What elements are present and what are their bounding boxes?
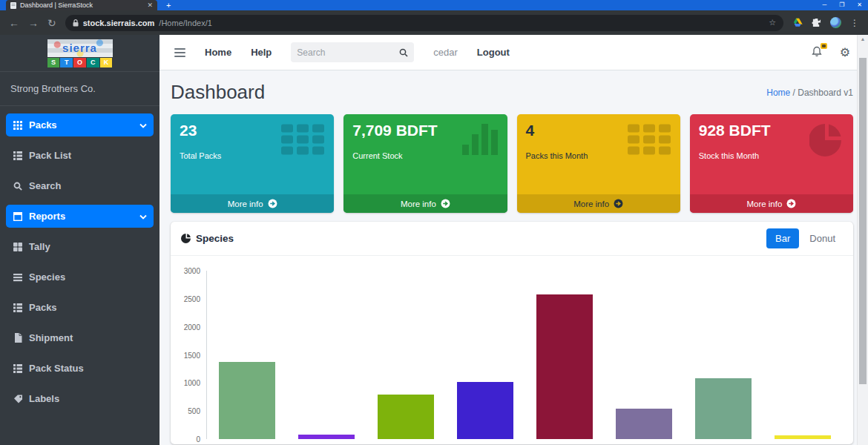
hamburger-icon[interactable] <box>174 48 185 57</box>
sidebar-item-labels[interactable]: Labels <box>6 387 154 410</box>
search-icon[interactable] <box>399 48 408 57</box>
more-info-link[interactable]: More info <box>171 194 334 213</box>
breadcrumb-current: Dashboard v1 <box>798 88 853 98</box>
chart-bar-0 <box>219 362 275 439</box>
reload-icon[interactable]: ↻ <box>47 18 56 28</box>
logo-letter: k <box>100 58 113 67</box>
th-list-icon <box>13 151 23 160</box>
search-icon <box>13 182 23 191</box>
username-label: cedar <box>433 47 458 58</box>
more-info-link[interactable]: More info <box>343 194 507 213</box>
page-scrollbar[interactable]: ▲ <box>857 35 868 445</box>
th-list-icon <box>13 364 23 373</box>
sidebar-nav: PacksPack ListSearchReportsTallySpeciesP… <box>0 106 160 410</box>
favicon-icon <box>10 2 16 9</box>
nav-help-link[interactable]: Help <box>251 47 272 58</box>
sidebar-item-label: Packs <box>29 119 57 131</box>
pie-chart-icon <box>181 234 191 243</box>
chart-bar-5 <box>616 409 672 439</box>
sidebar-item-label: Packs <box>29 302 57 313</box>
logo-letter: o <box>73 58 86 67</box>
species-bar-chart: 300025002000150010005000 <box>171 256 853 443</box>
sidebar-item-search[interactable]: Search <box>6 174 154 197</box>
list-icon <box>13 273 23 282</box>
sidebar-item-label: Pack Status <box>29 363 84 374</box>
table-icon <box>13 212 23 221</box>
sidebar-item-packs[interactable]: Packs <box>6 113 154 136</box>
file-icon <box>13 333 23 343</box>
url-path: /Home/Index/1 <box>159 19 212 27</box>
scrollbar-up-arrow[interactable]: ▲ <box>858 36 868 42</box>
sidebar-item-reports[interactable]: Reports <box>6 205 154 228</box>
main-area: Home Help cedar Logout ⚙ Dashboard Home <box>160 35 868 445</box>
window-maximize-icon[interactable]: ❐ <box>839 1 844 8</box>
window-minimize-icon[interactable]: ─ <box>822 1 826 8</box>
logo-letter: t <box>60 58 73 67</box>
bookmark-star-icon[interactable]: ☆ <box>769 18 776 27</box>
profile-avatar[interactable] <box>830 17 841 28</box>
breadcrumb-home-link[interactable]: Home <box>766 88 790 98</box>
chart-bar-2 <box>378 395 434 439</box>
logo-letter: c <box>87 58 99 67</box>
chart-bar-4 <box>536 294 593 439</box>
lock-icon <box>73 19 79 27</box>
more-info-link[interactable]: More info <box>690 194 853 213</box>
notification-badge <box>821 43 827 49</box>
browser-toolbar: ← → ↻ stock.sierrais.com/Home/Index/1 ☆ … <box>0 10 868 35</box>
sidebar-item-pack-status[interactable]: Pack Status <box>6 357 154 380</box>
navbar-search <box>291 42 414 62</box>
back-icon[interactable]: ← <box>9 18 19 28</box>
address-bar[interactable]: stock.sierrais.com/Home/Index/1 ☆ <box>65 15 783 31</box>
sidebar-item-label: Reports <box>29 211 65 222</box>
info-boxes-row: 23Total PacksMore info7,709 BDFTCurrent … <box>171 114 853 213</box>
logo-stock-letters: stock <box>47 58 113 67</box>
forward-icon[interactable]: → <box>28 18 39 28</box>
url-host: stock.sierrais.com <box>83 19 155 27</box>
th-icon <box>13 121 23 130</box>
sidebar-item-label: Labels <box>29 393 59 404</box>
logout-link[interactable]: Logout <box>477 47 510 58</box>
y-tick-label: 1000 <box>177 379 200 387</box>
th-icon <box>281 124 324 158</box>
chart-bar-7 <box>775 435 831 439</box>
gear-icon[interactable]: ⚙ <box>840 47 850 59</box>
sidebar-item-species[interactable]: Species <box>6 266 154 289</box>
brand-logo[interactable]: sierra stock <box>47 39 113 67</box>
search-input[interactable] <box>297 47 399 58</box>
more-info-link[interactable]: More info <box>517 194 680 213</box>
sidebar-item-label: Search <box>29 180 61 191</box>
page-title: Dashboard <box>171 81 265 104</box>
sidebar-item-shipment[interactable]: Shipment <box>6 326 154 349</box>
browser-tab[interactable]: Dashboard | SierraStock ✕ <box>6 0 157 10</box>
window-close-icon[interactable]: ✕ <box>857 1 862 8</box>
species-chart-card: Species Bar Donut 3000250020001500100050… <box>171 222 853 444</box>
y-tick-label: 0 <box>177 435 200 444</box>
scrollbar-thumb[interactable] <box>859 58 867 384</box>
nav-home-link[interactable]: Home <box>205 47 231 58</box>
th-icon <box>628 124 671 158</box>
arrow-circle-right-icon <box>268 199 277 208</box>
tab-close-icon[interactable]: ✕ <box>147 2 153 9</box>
donut-toggle-button[interactable]: Donut <box>802 228 843 248</box>
breadcrumb-separator: / <box>793 88 795 98</box>
browser-menu-icon[interactable]: ⋮ <box>850 18 859 28</box>
sidebar-item-tally[interactable]: Tally <box>6 235 154 258</box>
chart-card-title: Species <box>196 233 234 244</box>
sidebar-item-packs[interactable]: Packs <box>6 296 154 319</box>
breadcrumb: Home / Dashboard v1 <box>766 88 853 98</box>
more-info-label: More info <box>573 200 609 208</box>
more-info-label: More info <box>401 200 436 208</box>
drive-icon[interactable] <box>792 18 803 27</box>
notifications-button[interactable] <box>812 46 822 59</box>
y-tick-label: 1500 <box>177 351 200 359</box>
sidebar-item-label: Species <box>29 271 65 283</box>
th-list-icon <box>13 303 23 312</box>
sidebar-item-pack-list[interactable]: Pack List <box>6 144 154 167</box>
info-box-packs-this-month: 4Packs this MonthMore info <box>517 114 680 213</box>
y-tick-label: 2000 <box>177 323 200 331</box>
logo-letter: s <box>47 58 60 67</box>
bar-toggle-button[interactable]: Bar <box>766 228 799 248</box>
new-tab-button[interactable]: + <box>166 0 171 10</box>
extensions-puzzle-icon[interactable] <box>812 18 821 27</box>
tag-icon <box>13 395 23 403</box>
